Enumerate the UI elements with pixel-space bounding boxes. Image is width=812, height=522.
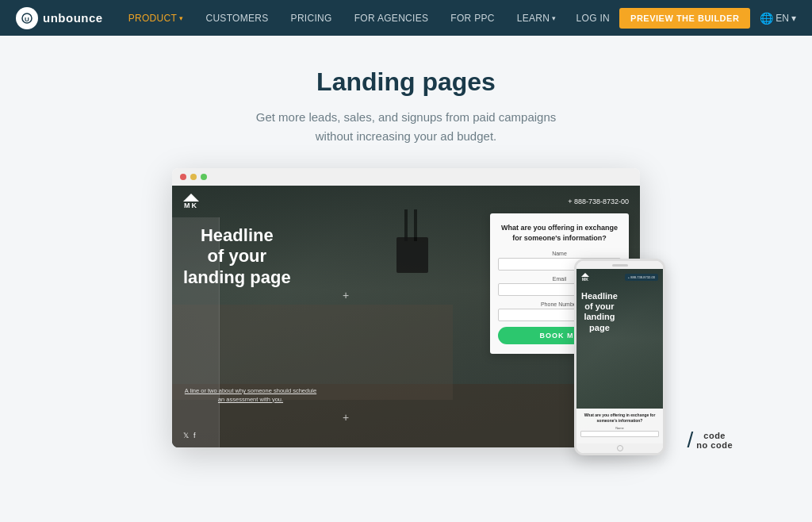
mobile-frame: MK + 888-738-8732-00 Headlineof yourland… [574,259,665,455]
mobile-mockup: MK + 888-738-8732-00 Headlineof yourland… [574,259,665,455]
hero-subtitle: Get more leads, sales, and signups from … [255,108,557,146]
chevron-down-icon: ▾ [179,14,183,22]
mobile-headline: Headlineof yourlandingpage [581,291,618,333]
mobile-name-label: Name [580,426,659,430]
nav-items: PRODUCT ▾ CUSTOMERS PRICING FOR AGENCIES… [117,0,576,36]
page-title: Landing pages [16,67,796,97]
plus-icon-1: + [343,289,349,301]
nav-item-product[interactable]: PRODUCT ▾ [117,0,195,36]
globe-icon: 🌐 [760,12,773,25]
nav-item-agencies[interactable]: FOR AGENCIES [343,0,440,36]
svg-text:U: U [25,16,29,23]
code-text: code no code [696,431,733,450]
mockup-container: MK + 888-738-8732-00 Headlineof yourland… [16,168,796,455]
logo-icon: U [16,7,38,29]
nav-item-ppc[interactable]: FOR PPC [439,0,505,36]
login-button[interactable]: LOG IN [576,13,610,24]
plus-icon-2: + [343,411,349,424]
facebook-icon: f [193,432,196,439]
chevron-down-icon-learn: ▾ [552,14,556,22]
mobile-logo-mk: MK [582,277,588,282]
lp-headline: Headlineof yourlanding page [183,225,291,288]
logo-text: unbounce [43,11,103,25]
lp-header: MK + 888-738-8732-00 [172,186,640,217]
browser-dot-red [180,174,186,180]
lp-form-title: What are you offering in exchange for so… [498,223,621,243]
twitter-icon: 𝕏 [183,432,189,439]
logo[interactable]: U unbounce [16,7,103,29]
navbar: U unbounce PRODUCT ▾ CUSTOMERS PRICING F… [0,0,812,36]
browser-mockup: MK + 888-738-8732-00 Headlineof yourland… [172,168,640,447]
lp-phone: + 888-738-8732-00 [568,198,629,205]
mobile-top-bar [576,261,663,269]
nav-right: LOG IN PREVIEW THE BUILDER 🌐 EN ▾ [576,8,796,29]
browser-dot-green [201,174,207,180]
nav-item-learn[interactable]: LEARN ▾ [506,0,568,36]
nav-item-pricing[interactable]: PRICING [280,0,343,36]
mobile-screen: MK + 888-738-8732-00 Headlineof yourland… [576,269,663,443]
mobile-form-title: What are you offering in exchange for so… [580,413,659,423]
lp-logo: MK [183,194,199,209]
mobile-phone-bar: + 888-738-8732-00 [625,274,658,281]
lp-logo-triangle [183,194,199,202]
mobile-logo: MK [581,273,589,282]
mobile-name-input[interactable] [580,431,659,437]
lp-name-label: Name [498,251,621,256]
nav-item-customers[interactable]: CUSTOMERS [194,0,279,36]
mobile-header: MK + 888-738-8732-00 [576,269,663,286]
hero-section: Landing pages Get more leads, sales, and… [0,36,812,471]
browser-bar [172,168,640,186]
language-selector[interactable]: 🌐 EN ▾ [760,12,796,25]
lp-social: 𝕏 f [183,432,196,439]
slash-icon: / [688,429,694,451]
mobile-bottom-bar [576,443,663,453]
code-badge: / code no code [688,429,733,451]
browser-content: MK + 888-738-8732-00 Headlineof yourland… [172,186,640,447]
browser-dot-yellow [190,174,197,180]
lp-subtext: A line or two about why someone should s… [183,387,318,404]
mobile-home-button[interactable] [617,445,623,451]
lp-logo-mk: MK [184,202,198,209]
mobile-form: What are you offering in exchange for so… [576,409,663,443]
preview-builder-button[interactable]: PREVIEW THE BUILDER [619,8,750,29]
mobile-speaker [612,264,628,267]
